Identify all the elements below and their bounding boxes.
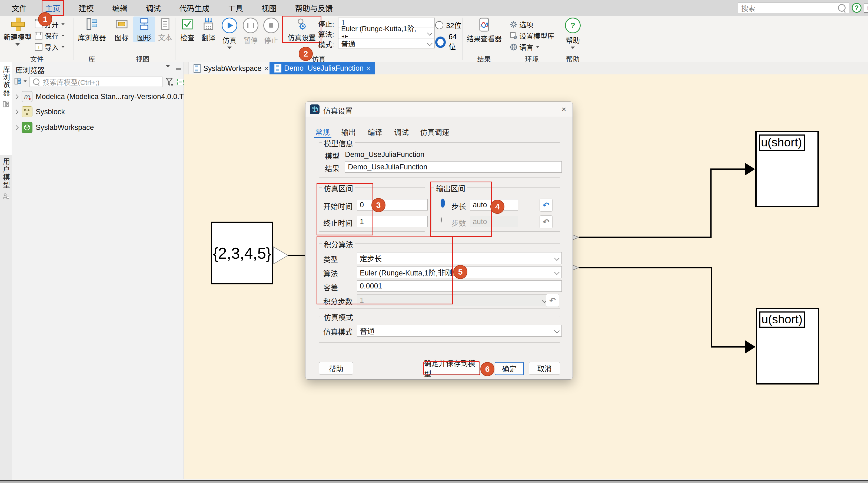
ok-button[interactable]: 确定 (495, 362, 524, 375)
sysblock-library-icon (22, 106, 32, 117)
panel-minimize-icon[interactable] (176, 68, 181, 69)
sim-mode-legend: 仿真模式 (322, 312, 355, 322)
chevron-down-icon (554, 255, 560, 261)
save-icon (35, 32, 42, 39)
chevron-down-icon[interactable] (61, 35, 65, 36)
help-button[interactable]: 帮助 (319, 362, 353, 374)
chevron-down-icon[interactable] (16, 43, 20, 46)
chevron-down-icon (427, 30, 433, 36)
menu-help-feedback[interactable]: 帮助与反馈 (293, 2, 335, 15)
text-view-button[interactable]: 文本 (156, 17, 174, 42)
options-button[interactable]: 选项 (510, 19, 533, 29)
check-button[interactable]: 检查 (178, 17, 197, 42)
menu-view[interactable]: 视图 (259, 2, 279, 15)
sink-block-label: u(short) (759, 311, 805, 328)
simulate-button[interactable]: 仿真 (220, 17, 239, 49)
source-output-port[interactable] (273, 247, 288, 264)
chevron-right-icon[interactable] (13, 94, 19, 99)
menu-modeling[interactable]: 建模 (76, 2, 96, 15)
side-tab-library-browser[interactable]: 库浏览器 (0, 62, 11, 155)
tab-syslabworkspace[interactable]: SyslabWorkspace × (188, 62, 274, 75)
mode-select[interactable]: 普通 (338, 38, 435, 49)
dialog-tab-general[interactable]: 常规 (315, 126, 330, 137)
annotation-box-integrator (316, 236, 453, 305)
side-tab-user-model[interactable]: 用户模型 (0, 154, 11, 239)
menu-file[interactable]: 文件 (9, 2, 29, 15)
dialog-tab-debug[interactable]: 调试 (394, 126, 409, 137)
play-icon (222, 18, 237, 33)
model-info-legend: 模型信息 (322, 138, 355, 148)
library-browser-icon (86, 18, 98, 31)
search-icon (838, 4, 845, 11)
new-model-button[interactable]: 新建模型 (2, 17, 33, 46)
chevron-right-icon[interactable] (13, 125, 19, 130)
filter-icon[interactable] (166, 78, 174, 87)
tree-item-syslabworkspace[interactable]: SyslabWorkspace (14, 122, 94, 133)
app-window: 文件 主页 建模 编辑 调试 代码生成 工具 视图 帮助与反馈 搜索 ? ↑ 新… (0, 0, 868, 483)
global-search-input[interactable]: 搜索 (738, 2, 849, 13)
chevron-down-icon[interactable] (61, 23, 65, 25)
pause-button[interactable]: 暂停 (241, 17, 260, 45)
library-view-switch[interactable] (14, 78, 27, 85)
import-button[interactable]: ↓ 导入 (35, 42, 65, 52)
chevron-down-icon[interactable] (61, 46, 65, 48)
collapse-ribbon-icon[interactable]: ↑ (864, 3, 868, 13)
search-icon (33, 79, 39, 85)
result-name-input[interactable]: Demo_UseJuliaFunction (345, 161, 562, 173)
bit64-radio[interactable]: 64位 (435, 33, 462, 52)
save-button[interactable]: 保存 (35, 31, 65, 40)
help-icon[interactable]: ? (852, 3, 862, 13)
modelica-library-icon: m (22, 91, 32, 102)
constant-block[interactable]: {2,3,4,5} (211, 222, 273, 284)
cancel-button[interactable]: 取消 (529, 362, 560, 374)
language-button[interactable]: 语言 (510, 42, 540, 52)
connection-bottom[interactable] (579, 267, 745, 347)
reset-step-count-button[interactable]: ↶ (539, 216, 553, 228)
close-icon[interactable]: × (559, 105, 569, 114)
menu-tools[interactable]: 工具 (226, 2, 245, 15)
close-icon[interactable]: × (265, 64, 269, 73)
bit32-radio[interactable]: 32位 (435, 20, 461, 30)
chevron-down-icon[interactable] (571, 47, 575, 49)
library-search-input[interactable]: 搜索库模型(Ctrl+;) (29, 77, 162, 87)
chevron-down-icon[interactable] (227, 47, 232, 49)
tree-item-modelica[interactable]: m Modelica (Modelica Stan...rary-Version… (14, 91, 196, 102)
translate-button[interactable]: 翻译 (199, 17, 218, 42)
sink-block-bottom[interactable]: u(short) (756, 308, 819, 385)
chevron-down-icon (427, 40, 433, 46)
document-tab-strip: SyslabWorkspace × Demo_UseJuliaFunction … (184, 62, 868, 75)
panel-menu-icon[interactable] (166, 67, 170, 72)
menu-edit[interactable]: 编辑 (110, 2, 129, 15)
diagram-view-button[interactable]: 图形 (133, 17, 155, 42)
chevron-down-icon[interactable] (536, 46, 539, 48)
reset-integration-steps-button[interactable]: ↶ (546, 294, 559, 307)
mode-label: 模式: (312, 39, 334, 49)
set-model-library-button[interactable]: 设置模型库 (510, 31, 554, 40)
dialog-tab-output[interactable]: 输出 (341, 126, 356, 137)
collapse-all-icon[interactable] (177, 78, 184, 87)
ok-save-to-model-button[interactable]: 确定并保存到模型 (424, 362, 479, 374)
chevron-right-icon[interactable] (13, 109, 19, 114)
ribbon-group-library: 库浏览器 库 (73, 16, 110, 62)
question-icon: ? (565, 18, 581, 33)
algorithm-select[interactable]: Euler (Runge-Kutta,1阶,非 (338, 28, 435, 38)
menu-codegen[interactable]: 代码生成 (177, 2, 212, 15)
ribbon-group-file: 新建模型 打开 保存 ↓ 导入 文件 (0, 16, 73, 62)
icon-view-button[interactable]: 图标 (112, 17, 132, 42)
sim-mode-select[interactable]: 普通 (357, 325, 562, 337)
tab-demo-usejuliafunction[interactable]: Demo_UseJuliaFunction × (270, 62, 375, 75)
help-button[interactable]: ? 帮助 (560, 17, 586, 49)
close-icon[interactable]: × (366, 64, 370, 73)
result-viewer-button[interactable]: 结果查看器 (464, 17, 504, 43)
stop-button[interactable]: 停止 (262, 17, 281, 45)
connection-top[interactable] (579, 169, 745, 237)
sink-block-top[interactable]: u(short) (755, 131, 819, 207)
reset-step-size-button[interactable]: ↶ (539, 199, 553, 211)
tree-item-sysblock[interactable]: Sysblock (14, 106, 65, 117)
model-doc-icon (274, 64, 281, 73)
dialog-tab-compile[interactable]: 编译 (368, 126, 382, 137)
algorithm-label: 算法: (312, 29, 334, 39)
menu-debug[interactable]: 调试 (144, 2, 163, 15)
dialog-tab-sim-speed[interactable]: 仿真调速 (420, 126, 449, 137)
library-browser-button[interactable]: 库浏览器 (77, 17, 107, 42)
